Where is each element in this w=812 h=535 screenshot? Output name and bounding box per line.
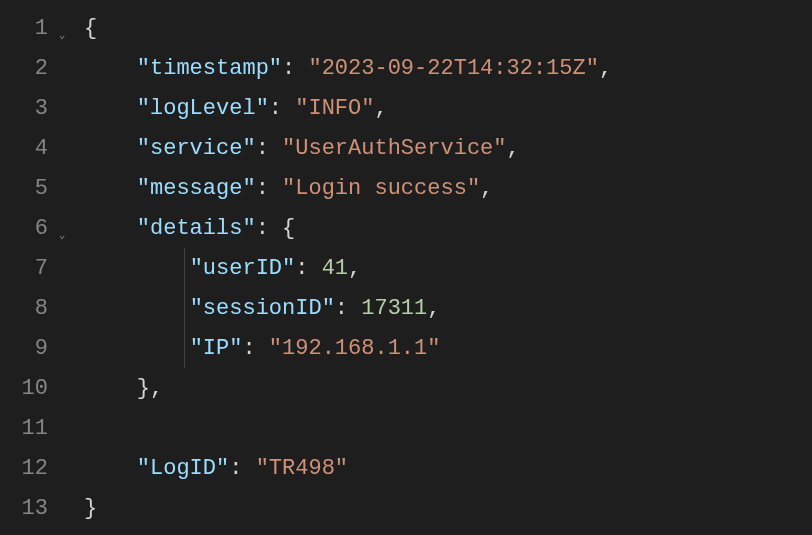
json-value: "TR498" — [256, 456, 348, 481]
line-number: 7 — [0, 256, 48, 281]
line-number: 3 — [0, 96, 48, 121]
json-value: "192.168.1.1" — [269, 336, 441, 361]
line-number: 1 — [0, 16, 48, 41]
code-line: "userID": 41, — [84, 248, 812, 288]
code-line: "details": { — [84, 208, 812, 248]
line-number: 12 — [0, 456, 48, 481]
json-value: "2023-09-22T14:32:15Z" — [308, 56, 598, 81]
line-number: 6 — [0, 216, 48, 241]
fold-icon[interactable]: ⌄ — [52, 28, 72, 41]
json-value: "UserAuthService" — [282, 136, 506, 161]
code-line: "LogID": "TR498" — [84, 448, 812, 488]
json-key: "logLevel" — [137, 96, 269, 121]
json-key: "timestamp" — [137, 56, 282, 81]
json-key: "details" — [137, 216, 256, 241]
open-brace: { — [282, 216, 295, 241]
open-brace: { — [84, 16, 97, 41]
line-number: 13 — [0, 496, 48, 521]
json-value: 41 — [322, 256, 348, 281]
code-line: "message": "Login success", — [84, 168, 812, 208]
line-number: 4 — [0, 136, 48, 161]
json-key: "sessionID" — [190, 296, 335, 321]
line-number: 10 — [0, 376, 48, 401]
close-brace: } — [84, 496, 97, 521]
close-brace: } — [137, 376, 150, 401]
line-number: 5 — [0, 176, 48, 201]
code-line — [84, 408, 812, 448]
code-line: { — [84, 8, 812, 48]
code-editor[interactable]: { "timestamp": "2023-09-22T14:32:15Z", "… — [78, 0, 812, 535]
fold-icon[interactable]: ⌄ — [52, 228, 72, 241]
code-line: "IP": "192.168.1.1" — [84, 328, 812, 368]
json-key: "LogID" — [137, 456, 229, 481]
line-number: 9 — [0, 336, 48, 361]
json-value: "INFO" — [295, 96, 374, 121]
code-line: "service": "UserAuthService", — [84, 128, 812, 168]
json-key: "IP" — [190, 336, 243, 361]
code-line: "sessionID": 17311, — [84, 288, 812, 328]
code-line: "timestamp": "2023-09-22T14:32:15Z", — [84, 48, 812, 88]
code-line: "logLevel": "INFO", — [84, 88, 812, 128]
json-value: "Login success" — [282, 176, 480, 201]
json-value: 17311 — [361, 296, 427, 321]
json-key: "message" — [137, 176, 256, 201]
code-line: }, — [84, 368, 812, 408]
line-number: 8 — [0, 296, 48, 321]
json-key: "userID" — [190, 256, 296, 281]
line-number: 2 — [0, 56, 48, 81]
json-key: "service" — [137, 136, 256, 161]
line-number: 11 — [0, 416, 48, 441]
line-number-gutter: 1 ⌄ 2 3 4 5 6 ⌄ 7 8 9 10 11 12 13 — [0, 0, 78, 535]
code-line: } — [84, 488, 812, 528]
